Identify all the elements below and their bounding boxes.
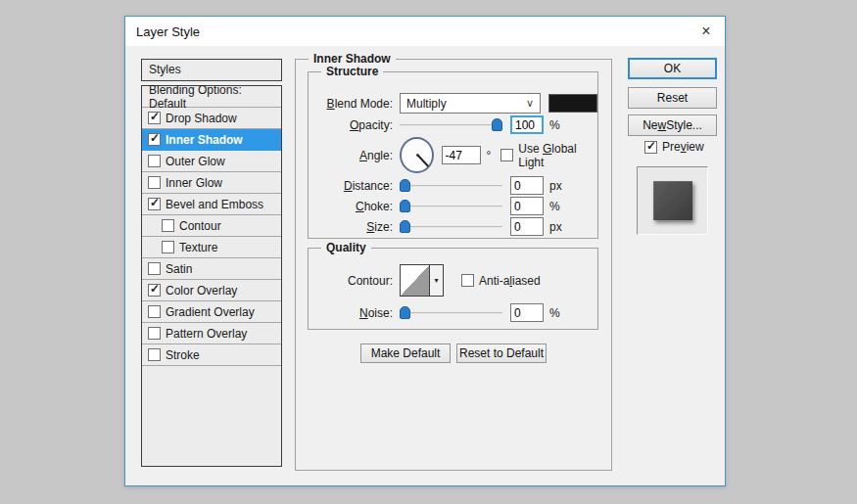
new-style-button[interactable]: New Style... <box>628 115 717 136</box>
sidebar-item-outer-glow[interactable]: Outer Glow <box>142 151 281 172</box>
make-default-button[interactable]: Make Default <box>360 344 451 363</box>
distance-unit: px <box>549 179 562 193</box>
bevel-emboss-checkbox[interactable] <box>148 198 161 210</box>
drop-shadow-checkbox[interactable] <box>148 112 161 124</box>
sidebar-item-blending-options[interactable]: Blending Options: Default <box>142 86 281 108</box>
layer-style-dialog: Layer Style × Styles Blending Options: D… <box>124 16 726 486</box>
size-unit: px <box>549 220 562 234</box>
inner-glow-checkbox[interactable] <box>148 176 161 189</box>
stroke-checkbox[interactable] <box>148 348 161 361</box>
use-global-light-checkbox[interactable] <box>500 149 513 161</box>
use-global-light-label: Use Global Light <box>518 142 597 169</box>
size-label: Size: <box>309 220 393 234</box>
title-bar[interactable]: Layer Style × <box>125 17 725 46</box>
outer-glow-checkbox[interactable] <box>148 155 161 167</box>
anti-aliased-label: Anti-aliased <box>479 274 541 288</box>
choke-slider-thumb[interactable] <box>400 200 410 212</box>
satin-checkbox[interactable] <box>148 262 161 275</box>
style-preview-thumbnail <box>637 166 708 235</box>
preview-control[interactable]: Preview <box>644 140 704 154</box>
pattern-overlay-checkbox[interactable] <box>148 327 161 340</box>
sidebar-item-styles[interactable]: Styles <box>141 59 282 81</box>
contour-picker[interactable]: ▾ <box>400 264 444 297</box>
distance-slider-track[interactable] <box>400 185 502 187</box>
reset-button[interactable]: Reset <box>628 87 717 109</box>
choke-slider[interactable] <box>400 199 502 214</box>
angle-dial-needle[interactable] <box>417 155 429 166</box>
gradient-overlay-checkbox[interactable] <box>148 305 161 318</box>
sidebar-item-pattern-overlay[interactable]: Pattern Overlay <box>142 323 281 344</box>
inner-shadow-checkbox[interactable] <box>148 133 161 146</box>
noise-input[interactable] <box>510 303 544 322</box>
distance-label: Distance: <box>309 179 393 193</box>
contour-checkbox[interactable] <box>162 219 174 232</box>
opacity-slider-thumb[interactable] <box>492 118 502 131</box>
use-global-light-control[interactable]: Use Global Light <box>500 142 597 169</box>
style-list: Blending Options: Default Drop Shadow In… <box>141 85 282 467</box>
opacity-slider[interactable] <box>400 117 502 133</box>
sidebar-item-stroke[interactable]: Stroke <box>142 344 281 366</box>
noise-slider-track[interactable] <box>400 312 502 314</box>
anti-aliased-control[interactable]: Anti-aliased <box>461 274 541 288</box>
blend-mode-row: Blend Mode: Multiply ∨ <box>309 93 597 114</box>
opacity-input[interactable] <box>510 115 544 134</box>
sidebar-item-bevel-and-emboss[interactable]: Bevel and Emboss <box>142 194 281 215</box>
preview-checkbox[interactable] <box>644 141 657 154</box>
texture-checkbox[interactable] <box>162 241 174 253</box>
sidebar-item-drop-shadow[interactable]: Drop Shadow <box>142 108 281 129</box>
structure-group-title: Structure <box>321 65 383 78</box>
angle-dial[interactable] <box>400 137 434 173</box>
angle-label: Angle: <box>309 149 393 162</box>
contour-label: Contour: <box>309 274 393 288</box>
choke-label: Choke: <box>309 200 393 213</box>
distance-slider-thumb[interactable] <box>400 179 410 192</box>
chevron-down-icon: ∨ <box>526 97 534 110</box>
panel-title: Inner Shadow <box>309 52 396 66</box>
size-input[interactable] <box>510 217 544 236</box>
reset-to-default-button[interactable]: Reset to Default <box>456 344 547 363</box>
color-overlay-checkbox[interactable] <box>148 284 161 297</box>
noise-unit: % <box>549 306 560 320</box>
close-icon[interactable]: × <box>695 23 717 40</box>
distance-slider[interactable] <box>400 178 502 194</box>
sidebar-item-gradient-overlay[interactable]: Gradient Overlay <box>142 301 281 323</box>
noise-label: Noise: <box>309 306 393 320</box>
size-slider-thumb[interactable] <box>400 220 410 233</box>
opacity-label: Opacity: <box>309 118 393 132</box>
quality-group-title: Quality <box>321 241 371 254</box>
dialog-title: Layer Style <box>136 24 695 39</box>
angle-row: Angle: ° Use Global Light <box>309 137 597 173</box>
distance-row: Distance: px <box>309 176 597 195</box>
noise-row: Noise: % <box>309 303 597 322</box>
anti-aliased-checkbox[interactable] <box>461 274 474 287</box>
blend-mode-label: Blend Mode: <box>309 97 393 111</box>
dialog-content: Styles Blending Options: Default Drop Sh… <box>125 46 725 485</box>
distance-input[interactable] <box>510 176 544 195</box>
opacity-row: Opacity: % <box>309 115 597 134</box>
size-slider-track[interactable] <box>400 226 502 228</box>
ok-button[interactable]: OK <box>628 58 717 79</box>
sidebar-item-inner-shadow[interactable]: Inner Shadow <box>142 129 281 151</box>
angle-unit: ° <box>487 149 492 162</box>
choke-row: Choke: % <box>309 197 597 215</box>
choke-input[interactable] <box>510 197 544 215</box>
sidebar-item-color-overlay[interactable]: Color Overlay <box>142 280 281 301</box>
contour-thumbnail[interactable] <box>400 264 430 297</box>
preview-label: Preview <box>662 140 704 154</box>
angle-input[interactable] <box>442 146 481 164</box>
choke-slider-track[interactable] <box>400 206 502 207</box>
blend-mode-select[interactable]: Multiply ∨ <box>400 93 541 114</box>
noise-slider[interactable] <box>400 305 502 321</box>
structure-group: Structure Blend Mode: Multiply ∨ Opacity… <box>308 71 598 239</box>
noise-slider-thumb[interactable] <box>400 306 410 319</box>
shadow-color-swatch[interactable] <box>548 94 597 113</box>
choke-unit: % <box>549 200 560 213</box>
sidebar-item-satin[interactable]: Satin <box>142 258 281 280</box>
sidebar-item-texture[interactable]: Texture <box>142 237 281 258</box>
opacity-slider-track[interactable] <box>400 124 502 126</box>
size-slider[interactable] <box>400 219 502 235</box>
contour-dropdown-arrow-icon[interactable]: ▾ <box>430 264 444 297</box>
default-buttons-row: Make Default Reset to Default <box>296 344 611 363</box>
sidebar-item-inner-glow[interactable]: Inner Glow <box>142 172 281 194</box>
sidebar-item-contour[interactable]: Contour <box>142 215 281 237</box>
